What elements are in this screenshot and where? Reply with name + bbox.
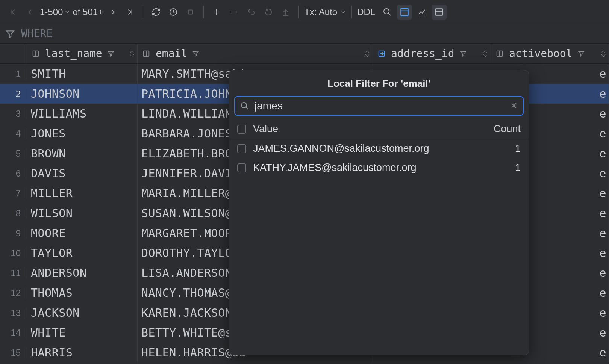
row-number[interactable]: 7 (0, 188, 27, 199)
column-icon (142, 50, 150, 58)
filter-icon[interactable] (578, 50, 585, 57)
column-header-email[interactable]: email (138, 44, 373, 63)
row-number[interactable]: 2 (0, 89, 27, 99)
filter-option-value: JAMES.GANNON@sakilacustomer.org (253, 143, 429, 154)
row-number[interactable]: 3 (0, 109, 27, 119)
clear-search-button[interactable] (510, 100, 518, 112)
truncated-indicator: e (599, 346, 606, 359)
stop-button[interactable] (183, 5, 198, 20)
truncated-indicator: e (599, 326, 606, 339)
row-number[interactable]: 13 (0, 308, 27, 318)
value-header: Value (253, 123, 278, 135)
truncated-indicator: e (599, 167, 606, 180)
prev-page-button[interactable] (23, 5, 38, 20)
chart-view-button[interactable] (414, 5, 429, 20)
add-row-button[interactable] (209, 5, 224, 20)
refresh-button[interactable] (148, 5, 164, 20)
cell-last-name[interactable]: MOORE (27, 223, 138, 243)
truncated-indicator: e (599, 67, 606, 80)
select-all-checkbox[interactable] (237, 125, 246, 134)
cell-last-name[interactable]: JONES (27, 124, 138, 143)
column-header-activebool[interactable]: activebool (491, 44, 609, 63)
filter-option-count: 1 (515, 143, 521, 154)
separator (298, 6, 299, 18)
grid-header: last_name email address_id activebool (0, 44, 609, 64)
cell-last-name[interactable]: ANDERSON (27, 263, 138, 283)
column-header-last-name[interactable]: last_name (27, 44, 138, 63)
cell-last-name[interactable]: DAVIS (27, 163, 138, 183)
row-number[interactable]: 12 (0, 288, 27, 298)
filter-list-header: Value Count (229, 119, 529, 139)
filter-icon[interactable] (108, 50, 114, 57)
truncated-indicator: e (599, 187, 606, 200)
filter-option-row[interactable]: JAMES.GANNON@sakilacustomer.org 1 (229, 139, 529, 158)
page-range-dropdown[interactable]: 1-500 (40, 7, 70, 17)
page-range-label: 1-500 (40, 7, 63, 17)
row-number[interactable]: 9 (0, 228, 27, 239)
cell-last-name[interactable]: SMITH (27, 64, 138, 84)
cell-last-name[interactable]: WHITE (27, 323, 138, 343)
row-number[interactable]: 14 (0, 328, 27, 338)
history-button[interactable] (166, 5, 181, 20)
cell-last-name[interactable]: HARRIS (27, 343, 138, 362)
svg-rect-4 (435, 9, 443, 15)
cell-last-name[interactable]: JACKSON (27, 303, 138, 323)
svg-rect-1 (189, 10, 193, 14)
column-header-address-id[interactable]: address_id (373, 44, 491, 63)
svg-point-9 (241, 103, 247, 108)
filter-option-checkbox[interactable] (237, 144, 246, 153)
search-button[interactable] (380, 5, 395, 20)
filter-option-checkbox[interactable] (237, 163, 246, 172)
filter-search-field[interactable] (234, 96, 524, 116)
row-number[interactable]: 6 (0, 168, 27, 179)
row-number[interactable]: 15 (0, 347, 27, 358)
cell-last-name[interactable]: JOHNSON (27, 84, 138, 104)
remove-row-button[interactable] (226, 5, 241, 20)
row-number[interactable]: 11 (0, 268, 27, 278)
filter-panel-button[interactable] (397, 5, 412, 20)
separator (203, 6, 204, 18)
page-total-label: of 501+ (73, 7, 103, 17)
truncated-indicator: e (599, 127, 606, 140)
count-header: Count (494, 123, 521, 135)
cell-last-name[interactable]: WILSON (27, 203, 138, 223)
column-label: activebool (509, 47, 573, 60)
sort-arrows[interactable] (601, 50, 606, 57)
next-page-button[interactable] (105, 5, 120, 20)
filter-option-row[interactable]: KATHY.JAMES@sakilacustomer.org 1 (229, 158, 529, 177)
row-number[interactable]: 10 (0, 248, 27, 258)
cell-last-name[interactable]: TAYLOR (27, 243, 138, 263)
truncated-indicator: e (599, 207, 606, 220)
cell-last-name[interactable]: BROWN (27, 143, 138, 163)
filter-search-input[interactable] (255, 100, 505, 112)
upload-button[interactable] (278, 5, 293, 20)
sort-arrows[interactable] (130, 50, 134, 57)
row-number[interactable]: 1 (0, 69, 27, 79)
cell-last-name[interactable]: THOMAS (27, 283, 138, 303)
cell-last-name[interactable]: MILLER (27, 183, 138, 203)
column-icon (495, 50, 504, 58)
revert-button[interactable] (244, 5, 259, 20)
tx-mode-dropdown[interactable]: Tx: Auto (304, 7, 346, 17)
filter-icon (5, 29, 15, 39)
sort-arrows[interactable] (483, 50, 488, 57)
svg-point-2 (384, 9, 389, 14)
where-bar[interactable]: WHERE (0, 24, 609, 44)
truncated-indicator: e (599, 266, 606, 279)
row-number[interactable]: 4 (0, 128, 27, 139)
table-view-button[interactable] (432, 5, 447, 20)
submit-button[interactable] (261, 5, 276, 20)
filter-icon[interactable] (460, 50, 467, 57)
row-number-header[interactable] (0, 44, 27, 63)
filter-icon[interactable] (192, 50, 199, 57)
truncated-indicator: e (599, 147, 606, 160)
local-filter-popup: Local Filter For 'email' Value Count JAM… (229, 70, 529, 355)
first-page-button[interactable] (5, 5, 20, 20)
sort-arrows[interactable] (365, 50, 370, 57)
row-number[interactable]: 5 (0, 148, 27, 159)
row-number[interactable]: 8 (0, 208, 27, 219)
last-page-button[interactable] (123, 5, 138, 20)
ddl-button[interactable]: DDL (357, 7, 375, 17)
search-icon (240, 101, 249, 110)
cell-last-name[interactable]: WILLIAMS (27, 104, 138, 124)
